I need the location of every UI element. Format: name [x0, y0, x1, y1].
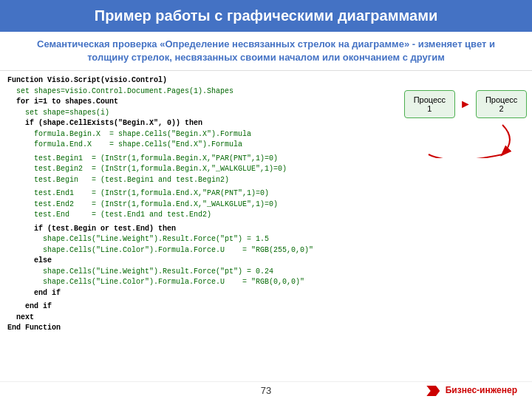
- brand-area: Бизнес-инженер: [426, 385, 517, 396]
- code-line: shape.Cells("Line.Weight").Result.Force(…: [7, 267, 406, 278]
- arrow-right-icon: ►: [460, 98, 471, 111]
- code-line: end if: [7, 288, 406, 299]
- code-line: formula.End.X = shape.Cells("End.X").For…: [7, 140, 406, 151]
- page: Пример работы с графическими диаграммами…: [0, 0, 532, 399]
- page-number: 73: [261, 385, 271, 396]
- header-title: Пример работы с графическими диаграммами: [95, 7, 437, 24]
- code-line: Function Visio.Script(visio.Control): [7, 75, 406, 86]
- code-line: if (test.Begin or test.End) then: [7, 224, 406, 235]
- content-area: Function Visio.Script(visio.Control) set…: [0, 71, 532, 381]
- box2-label: Процесс 2: [485, 95, 517, 113]
- arrow-curve-svg: [414, 121, 517, 158]
- page-header: Пример работы с графическими диаграммами: [0, 0, 532, 32]
- code-line: if (shape.CellExists("Begin.X", 0)) then: [7, 118, 406, 129]
- subtitle: Семантическая проверка «Определение несв…: [0, 32, 532, 71]
- code-line: set shape=shapes(i): [7, 108, 406, 119]
- code-line: shape.Cells("Line.Color").Formula.Force.…: [7, 277, 406, 288]
- code-line: else: [7, 256, 406, 267]
- code-line: for i=1 to shapes.Count: [7, 97, 406, 108]
- diagram-row: Процесс 1 ► Процесс 2: [404, 90, 528, 118]
- code-line: end if: [7, 301, 406, 313]
- code-line: test.End2 = (InStr(1,formula.End.X,"_WAL…: [7, 200, 406, 211]
- diagram-box2: Процесс 2: [476, 90, 527, 118]
- brand-icon: [426, 386, 440, 396]
- code-line: test.Begin2 = (InStr(1,formula.Begin.X,"…: [7, 164, 406, 175]
- code-line: test.Begin = (test.Begin1 and test.Begin…: [7, 175, 406, 186]
- code-line: next: [7, 313, 406, 324]
- code-line: shape.Cells("Line.Color").Formula.Force.…: [7, 245, 406, 256]
- code-line: set shapes=visio.Control.Document.Pages(…: [7, 86, 406, 98]
- box1-label: Процесс 1: [414, 95, 446, 113]
- subtitle-text: Семантическая проверка «Определение несв…: [37, 38, 495, 63]
- code-block: Function Visio.Script(visio.Control) set…: [7, 75, 406, 378]
- code-line: formula.Begin.X = shape.Cells("Begin.X")…: [7, 129, 406, 140]
- diagram-box1: Процесс 1: [404, 90, 455, 118]
- brand-label: Бизнес-инженер: [446, 385, 517, 395]
- code-line: End Function: [7, 323, 406, 334]
- code-line: test.Begin1 = (InStr(1,formula.Begin.X,"…: [7, 154, 406, 165]
- diagram-section: Процесс 1 ► Процесс 2: [406, 75, 525, 378]
- code-line: shape.Cells("Line.Weight").Result.Force(…: [7, 234, 406, 245]
- footer: 73 Бизнес-инженер: [0, 381, 532, 399]
- code-line: test.End = (test.End1 and test.End2): [7, 210, 406, 221]
- code-line: test.End1 = (InStr(1,formula.End.X,"PAR(…: [7, 188, 406, 200]
